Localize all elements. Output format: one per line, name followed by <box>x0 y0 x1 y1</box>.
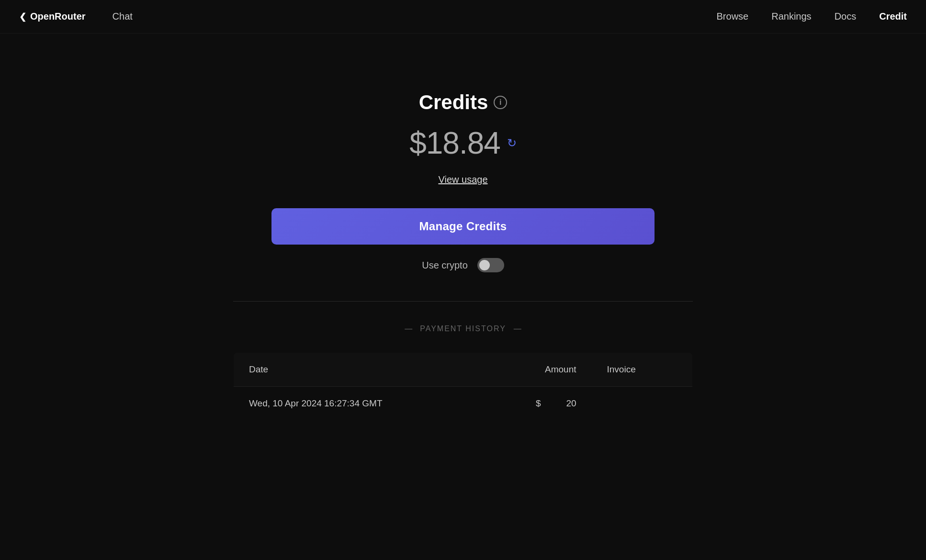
logo-arrow-icon: ❮ <box>19 11 26 22</box>
nav-right-links: Browse Rankings Docs Credit <box>717 11 907 22</box>
logo-label: OpenRouter <box>30 11 86 22</box>
credits-title: Credits <box>419 91 488 114</box>
manage-credits-button[interactable]: Manage Credits <box>271 208 655 245</box>
payment-history-title: PAYMENT HISTORY <box>420 325 506 333</box>
view-usage-link[interactable]: View usage <box>438 174 487 185</box>
table-header-invoice: Invoice <box>592 353 693 387</box>
credit-amount-row: $18.84 ↻ <box>409 125 517 161</box>
use-crypto-label: Use crypto <box>422 260 468 271</box>
table-header-date: Date <box>234 353 491 387</box>
info-icon[interactable]: i <box>494 96 507 109</box>
nav-rankings-link[interactable]: Rankings <box>771 11 811 22</box>
use-crypto-toggle[interactable] <box>477 258 504 272</box>
amount-value: 20 <box>566 398 576 408</box>
refresh-icon[interactable]: ↻ <box>507 136 517 150</box>
table-body: Wed, 10 Apr 2024 16:27:34 GMT $ 20 <box>234 387 693 421</box>
use-crypto-row: Use crypto <box>422 258 504 272</box>
table-header: Date Amount Invoice <box>234 353 693 387</box>
logo[interactable]: ❮ OpenRouter <box>19 11 86 22</box>
payment-invoice-cell <box>592 387 693 421</box>
payment-history-header: — PAYMENT HISTORY — <box>405 325 521 333</box>
nav-browse-link[interactable]: Browse <box>717 11 749 22</box>
payment-history-dash-right: — <box>514 325 521 333</box>
payments-table: Date Amount Invoice Wed, 10 Apr 2024 16:… <box>233 352 693 421</box>
credits-title-row: Credits i <box>419 91 508 114</box>
payment-history-dash-left: — <box>405 325 412 333</box>
payment-amount-cell: $ 20 <box>491 387 592 421</box>
toggle-slider <box>477 258 504 272</box>
nav-credit-link[interactable]: Credit <box>879 11 907 22</box>
amount-symbol: $ <box>536 398 541 408</box>
credit-amount-value: $18.84 <box>409 125 500 161</box>
main-content: Credits i $18.84 ↻ View usage Manage Cre… <box>0 34 926 421</box>
divider <box>233 301 693 302</box>
navbar: ❮ OpenRouter Chat Browse Rankings Docs C… <box>0 0 926 34</box>
table-header-amount: Amount <box>491 353 592 387</box>
table-row: Wed, 10 Apr 2024 16:27:34 GMT $ 20 <box>234 387 693 421</box>
nav-chat-link[interactable]: Chat <box>105 7 140 26</box>
payment-date-cell: Wed, 10 Apr 2024 16:27:34 GMT <box>234 387 491 421</box>
table-header-row: Date Amount Invoice <box>234 353 693 387</box>
nav-docs-link[interactable]: Docs <box>835 11 857 22</box>
